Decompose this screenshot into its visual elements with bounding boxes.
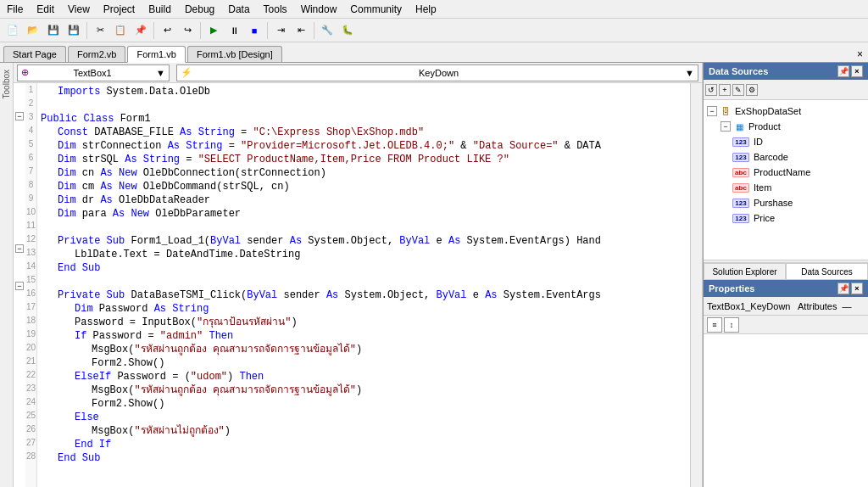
tab-data-sources[interactable]: Data Sources: [786, 263, 868, 280]
tab-form2vb[interactable]: Form2.vb: [68, 46, 125, 62]
toolbar-open[interactable]: 📂: [24, 21, 42, 40]
ds-refresh-btn[interactable]: ↺: [705, 84, 717, 96]
table-label: Product: [748, 121, 781, 132]
toolbar-sep3: [200, 22, 201, 39]
ds-edit-btn[interactable]: ✎: [732, 84, 744, 96]
prop-header-buttons: 📌 ×: [837, 283, 863, 294]
toolbar-stop[interactable]: ■: [245, 21, 264, 40]
line-numbers: 1234567891011121314151617181920212223242…: [25, 83, 37, 487]
properties-toolbar: ≡ ↕: [704, 316, 868, 334]
code-lines[interactable]: Imports System.Data.OleDbPublic Class Fo…: [37, 83, 690, 487]
tab-form1design[interactable]: Form1.vb [Design]: [187, 46, 282, 62]
toolbar-save2[interactable]: 💾: [64, 21, 83, 40]
dataset-label: ExShopDataSet: [735, 106, 801, 116]
dataset-expand[interactable]: −: [707, 106, 717, 116]
prop-alpha-btn[interactable]: ↕: [724, 317, 739, 333]
content-area: ⊕ TextBox1 ▼ ⚡ KeyDown ▼ − −: [14, 63, 868, 487]
toolbar-new[interactable]: 📄: [3, 21, 22, 40]
toolbar-sep4: [267, 22, 268, 39]
ds-add-btn[interactable]: +: [719, 84, 731, 96]
prop-pin-btn[interactable]: 📌: [837, 283, 849, 294]
menu-tools[interactable]: Tools: [257, 2, 294, 17]
close-panel-btn[interactable]: ×: [851, 65, 863, 77]
code-line: Dim cn As New OleDbConnection(strConnect…: [41, 166, 687, 180]
field-type-icon: 123: [734, 150, 748, 164]
tree-dataset[interactable]: − 🗄 ExShopDataSet: [707, 104, 865, 119]
toolbar-sep1: [86, 22, 87, 39]
pin-btn[interactable]: 📌: [837, 65, 849, 77]
tree-field-productname[interactable]: abcProductName: [734, 165, 865, 180]
vertical-scrollbar[interactable]: [690, 83, 702, 487]
field-type-icon: abc: [734, 165, 748, 179]
properties-header: Properties 📌 ×: [704, 280, 868, 297]
menu-community[interactable]: Community: [343, 2, 409, 17]
prop-close-btn[interactable]: ×: [851, 283, 863, 294]
collapse-col: − − −: [14, 83, 25, 487]
tree-field-purshase[interactable]: 123Purshase: [734, 195, 865, 210]
fields-children: 123ID123BarcodeabcProductNameabcItem123P…: [721, 134, 865, 226]
menu-window[interactable]: Window: [294, 2, 344, 17]
toolbar-indent[interactable]: ⇥: [271, 21, 290, 40]
tab-form1vb[interactable]: Form1.vb: [127, 46, 185, 63]
ds-config-btn[interactable]: ⚙: [746, 84, 758, 96]
toolbar: 📄 📂 💾 💾 ✂ 📋 📌 ↩ ↪ ▶ ⏸ ■ ⇥ ⇤ 🔧 🐛: [0, 19, 868, 42]
toolbar-undo[interactable]: ↩: [158, 21, 176, 40]
collapse-class[interactable]: −: [15, 112, 24, 120]
code-line: MsgBox("รหัสผ่านไม่ถูกต้อง"): [41, 424, 687, 438]
code-line: Dim strConnection As String = "Provider=…: [41, 139, 687, 153]
tree-field-price[interactable]: 123Price: [734, 210, 865, 226]
data-sources-title: Data Sources: [709, 66, 768, 76]
toolbar-cut[interactable]: ✂: [91, 21, 109, 40]
tab-start-page[interactable]: Start Page: [3, 46, 66, 62]
tree-field-id[interactable]: 123ID: [734, 134, 865, 149]
tree-table-product[interactable]: − ▦ Product: [721, 119, 865, 134]
code-line: Const DATABASE_FILE As String = "C:\Expr…: [41, 126, 687, 139]
tree-children: − ▦ Product 123ID123BarcodeabcProductNam…: [707, 119, 865, 226]
toolbar-save[interactable]: 💾: [44, 21, 63, 40]
code-object-dropdown[interactable]: ⊕ TextBox1 ▼: [17, 64, 170, 81]
menu-edit[interactable]: Edit: [30, 2, 61, 17]
toolbar-outdent[interactable]: ⇤: [292, 21, 310, 40]
prop-categorize-btn[interactable]: ≡: [707, 317, 722, 333]
code-line: Private Sub Form1_Load_1(ByVal sender As…: [41, 234, 687, 248]
code-line: Dim cm As New OleDbCommand(strSQL, cn): [41, 180, 687, 193]
toolbar-redo[interactable]: ↪: [178, 21, 197, 40]
field-label: ID: [754, 137, 763, 147]
code-line: Form2.Show(): [41, 397, 687, 411]
menu-project[interactable]: Project: [97, 2, 142, 17]
right-panel: Data Sources 📌 × ↺ + ✎ ⚙ − 🗄 ExShopDataS…: [703, 63, 868, 487]
code-line: [41, 221, 687, 234]
tabs-close-btn[interactable]: ×: [852, 47, 868, 62]
code-line: Dim Password As String: [41, 302, 687, 316]
properties-panel-body: [704, 334, 868, 487]
code-line: Dim para As New OleDbParameter: [41, 207, 687, 221]
menubar: File Edit View Project Build Debug Data …: [0, 0, 868, 19]
code-body: − − − 1234567891011121314151617181920212…: [14, 83, 702, 487]
code-line: ElseIf Password = ("udom") Then: [41, 370, 687, 383]
table-expand[interactable]: −: [721, 121, 731, 132]
toolbar-build[interactable]: 🔧: [318, 21, 337, 40]
toolbar-copy[interactable]: 📋: [111, 21, 130, 40]
menu-file[interactable]: File: [0, 2, 30, 17]
collapse-sub1[interactable]: −: [15, 244, 24, 253]
menu-build[interactable]: Build: [142, 2, 178, 17]
field-label: Purshase: [754, 198, 793, 208]
toolbar-run[interactable]: ▶: [204, 21, 223, 40]
tree-field-barcode[interactable]: 123Barcode: [734, 149, 865, 165]
properties-title: Properties: [709, 283, 754, 294]
toolbar-paste[interactable]: 📌: [131, 21, 150, 40]
collapse-sub2[interactable]: −: [15, 282, 24, 290]
menu-data[interactable]: Data: [221, 2, 256, 17]
menu-debug[interactable]: Debug: [178, 2, 221, 17]
code-line: Dim dr As OleDbDataReader: [41, 193, 687, 207]
toolbar-debug2[interactable]: 🐛: [338, 21, 357, 40]
menu-view[interactable]: View: [61, 2, 97, 17]
tree-field-item[interactable]: abcItem: [734, 180, 865, 195]
toolbar-pause[interactable]: ⏸: [225, 21, 243, 40]
code-event-dropdown[interactable]: ⚡ KeyDown ▼: [176, 64, 698, 81]
menu-help[interactable]: Help: [409, 2, 443, 17]
tab-solution-explorer[interactable]: Solution Explorer: [704, 263, 786, 280]
data-sources-header: Data Sources 📌 ×: [704, 63, 868, 80]
code-line: End If: [41, 438, 687, 451]
code-line: [41, 275, 687, 288]
